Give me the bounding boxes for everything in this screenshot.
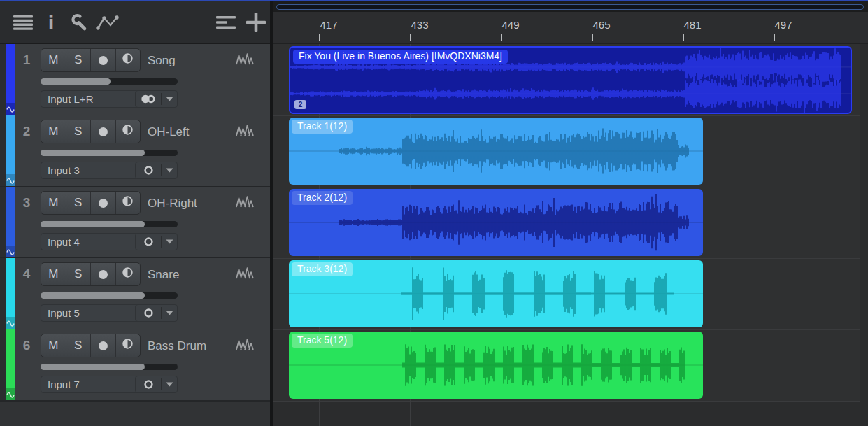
automation-toggle[interactable]: [6, 103, 15, 115]
track-number: 1: [17, 52, 36, 68]
clip-track-5[interactable]: Track 5(12): [289, 332, 703, 399]
mute-button[interactable]: M: [41, 192, 66, 214]
track-row-oh-left[interactable]: 2 M S OH-Left Input 3 Mono: [0, 115, 270, 187]
horizontal-scrollbar[interactable]: [276, 4, 864, 10]
sine-wave-icon: [6, 246, 15, 258]
monitor-button[interactable]: [116, 49, 141, 71]
clip-track-2[interactable]: Track 2(12): [289, 189, 703, 256]
volume-fader[interactable]: [41, 292, 178, 299]
track-name[interactable]: OH-Right: [148, 197, 197, 211]
record-arm-button[interactable]: [91, 334, 116, 357]
menu-icon[interactable]: [11, 1, 35, 43]
track-row-song[interactable]: 1 M S Song Input L+R Stereo: [0, 44, 270, 115]
ruler-label: 497: [774, 19, 792, 31]
solo-button[interactable]: S: [66, 263, 92, 285]
channel-mode-button[interactable]: [135, 90, 178, 108]
mute-button[interactable]: M: [41, 49, 66, 71]
stereo-icon: [136, 94, 161, 104]
channel-mode-button[interactable]: [135, 304, 178, 322]
track-number: 4: [17, 267, 36, 282]
mute-button[interactable]: M: [41, 120, 66, 143]
waveform-meter-icon: [235, 124, 255, 140]
ruler-tick: [592, 34, 593, 41]
track-row-oh-right[interactable]: 3 M S OH-Right Input 4 Mono: [0, 187, 270, 258]
automation-toggle[interactable]: [6, 388, 15, 400]
info-icon[interactable]: i: [42, 1, 60, 43]
timeline-right-margin: [860, 44, 868, 426]
track-row-bass-drum[interactable]: 6 M S Bass Drum Input 7 Mono: [0, 329, 270, 401]
chevron-down-icon: [162, 239, 177, 244]
solo-button[interactable]: S: [66, 120, 92, 143]
channel-mode-button[interactable]: [135, 162, 178, 179]
track-list-icon[interactable]: [213, 1, 239, 43]
track-name[interactable]: Snare: [148, 268, 179, 282]
automation-toggle[interactable]: [6, 317, 15, 329]
record-arm-button[interactable]: [91, 263, 116, 285]
track-gutter: [0, 258, 6, 329]
ruler-tick: [774, 34, 775, 41]
track-name[interactable]: OH-Left: [148, 125, 190, 139]
add-track-icon[interactable]: [243, 1, 269, 43]
track-name[interactable]: Song: [148, 54, 176, 68]
ruler-label: 481: [683, 19, 701, 31]
waveform-meter-icon: [235, 52, 255, 69]
volume-fader[interactable]: [41, 78, 178, 85]
volume-fader[interactable]: [41, 221, 178, 227]
waveform-meter-icon: [235, 195, 255, 211]
input-label: Input 3: [48, 164, 80, 176]
track-list-toolbar: i: [0, 1, 270, 44]
take-count-badge[interactable]: 2: [294, 100, 306, 109]
wrench-icon[interactable]: [66, 1, 91, 43]
ruler-label: 449: [501, 19, 519, 31]
channel-mode-button[interactable]: [135, 376, 178, 393]
volume-fader[interactable]: [41, 364, 178, 370]
playhead[interactable]: [439, 12, 439, 426]
track-buttons: M S: [41, 334, 141, 357]
volume-fader[interactable]: [41, 150, 178, 156]
clip-name-label: Track 2(12): [292, 191, 353, 205]
daw-window: i 1 M S Song Input L+R Stereo: [0, 0, 868, 426]
clip-fix-you[interactable]: Fix You (Live in Buenos Aires) [IMvQDXNi…: [289, 46, 852, 114]
track-gutter: [0, 329, 6, 400]
mute-button[interactable]: M: [41, 263, 66, 285]
record-arm-button[interactable]: [91, 120, 116, 143]
solo-button[interactable]: S: [66, 334, 92, 357]
panel-separator[interactable]: [270, 0, 273, 426]
chevron-down-icon: [162, 168, 177, 173]
solo-button[interactable]: S: [66, 49, 92, 71]
input-label: Input 4: [48, 236, 80, 248]
lane-divider: [273, 187, 868, 187]
monitor-button[interactable]: [116, 192, 141, 214]
monitor-icon: [122, 52, 134, 68]
mute-button[interactable]: M: [41, 334, 66, 357]
automation-toggle[interactable]: [6, 246, 15, 257]
solo-button[interactable]: S: [66, 192, 92, 214]
record-icon: [99, 199, 108, 208]
input-label: Input 7: [48, 378, 80, 390]
ruler-label: 417: [320, 19, 337, 31]
monitor-button[interactable]: [116, 120, 141, 143]
mono-icon: [136, 236, 161, 247]
automation-curve-icon[interactable]: [92, 1, 123, 43]
track-color-strip: [6, 187, 15, 257]
track-name[interactable]: Bass Drum: [148, 339, 206, 353]
clip-track-3[interactable]: Track 3(12): [289, 260, 703, 327]
record-arm-button[interactable]: [91, 192, 116, 214]
track-color-strip: [6, 258, 15, 329]
ruler-tick: [410, 34, 411, 41]
sine-wave-icon: [6, 174, 15, 187]
clip-name-label: Track 1(12): [292, 120, 353, 134]
track-row-snare[interactable]: 4 M S Snare Input 5 Mono: [0, 258, 270, 329]
channel-mode-button[interactable]: [135, 233, 178, 250]
lane-divider: [273, 258, 868, 259]
monitor-button[interactable]: [116, 334, 141, 357]
timeline-top-band: [273, 1, 868, 12]
record-arm-button[interactable]: [91, 49, 116, 71]
automation-toggle[interactable]: [6, 174, 15, 186]
clip-track-1[interactable]: Track 1(12): [289, 118, 703, 185]
monitor-button[interactable]: [116, 263, 141, 285]
input-label: Input L+R: [48, 93, 93, 105]
mono-icon: [136, 379, 161, 390]
timeline-ruler[interactable]: 417433449465481497: [273, 12, 868, 44]
ruler-tick: [319, 34, 320, 41]
